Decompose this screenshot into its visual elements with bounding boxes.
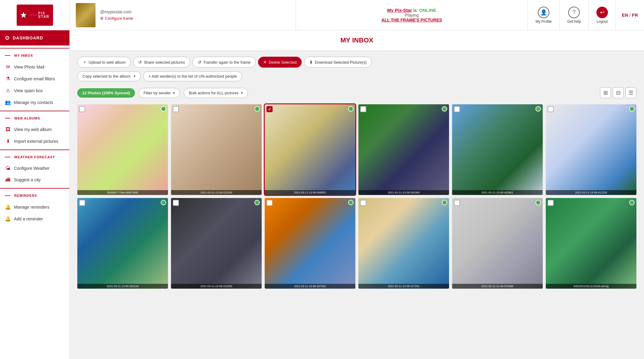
photo-item[interactable]: 2021-03-11-13-58-568952 bbox=[265, 104, 355, 195]
sidebar-item-view-spam-box[interactable]: ⚠ View spam box bbox=[0, 85, 69, 96]
add-reminder-label: Add a reminder bbox=[14, 216, 43, 221]
transfer-icon: ↺ bbox=[198, 60, 201, 65]
bulk-actions-select[interactable]: Bulk actions for ALL pictures ▾ bbox=[184, 88, 248, 98]
photo-label: IMG20210311113418-een3g bbox=[546, 284, 636, 289]
photo-label: ffc8ddc7-73e9-4660-959f bbox=[77, 190, 168, 195]
sidebar-item-manage-contacts[interactable]: 👥 Manage my contacts bbox=[0, 96, 69, 108]
reminder-icon: 🔔 bbox=[5, 204, 11, 210]
photo-item[interactable]: 2021-03-11-13-58-312065 bbox=[171, 198, 262, 289]
reminders-section-label: REMINDERS bbox=[14, 194, 37, 197]
action-row-2: Copy selected to the album: ▾ + Add send… bbox=[77, 71, 636, 81]
lang-separator: / bbox=[629, 12, 631, 18]
photo-checkbox[interactable] bbox=[454, 106, 460, 112]
add-reminder-icon: 🔔 bbox=[5, 216, 11, 222]
list-view-button[interactable]: ☰ bbox=[626, 87, 636, 98]
sidebar-item-add-reminder[interactable]: 🔔 Add a reminder bbox=[0, 213, 69, 225]
frame-info: @mypixstar.com ⚙ Configure frame bbox=[100, 9, 133, 21]
photo-checkbox[interactable] bbox=[267, 200, 273, 206]
frame-area: 🖼 @mypixstar.com ⚙ Configure frame bbox=[70, 0, 296, 30]
filter-by-sender-select[interactable]: Filter by sender ▾ bbox=[139, 88, 180, 98]
photo-label: 2021-03-11-11-40-575388 bbox=[452, 284, 543, 289]
sidebar-item-view-web-album[interactable]: 🖼 View my web album bbox=[0, 124, 69, 135]
photo-checkbox[interactable] bbox=[548, 106, 554, 112]
photo-checkbox[interactable] bbox=[360, 200, 366, 206]
photo-mail-icon: ✉ bbox=[5, 64, 11, 70]
transfer-again-button[interactable]: ↺ Transfer again to the frame bbox=[193, 57, 256, 68]
photo-checkbox[interactable] bbox=[79, 106, 85, 112]
photo-item[interactable]: 2021-03-11-13-58-362184 bbox=[77, 198, 168, 289]
photo-checkbox[interactable] bbox=[79, 200, 85, 206]
sidebar-reminders-header: — REMINDERS bbox=[0, 188, 69, 201]
bulk-chevron-icon: ▾ bbox=[241, 91, 243, 95]
logout-button[interactable]: ↩ Logout bbox=[589, 0, 616, 30]
spam-icon: ⚠ bbox=[5, 88, 11, 93]
page-title: MY INBOX bbox=[70, 30, 644, 51]
copy-to-album-button[interactable]: Copy selected to the album: ▾ bbox=[77, 71, 141, 81]
share-selected-button[interactable]: ↺ Share selected pictures bbox=[133, 57, 190, 68]
photo-item[interactable]: 2021-03-11-11-40-575388 bbox=[452, 198, 543, 289]
lang-en[interactable]: EN bbox=[622, 12, 628, 18]
photos-synced-badge: 12 Photos (100% Synced) bbox=[77, 88, 135, 98]
contacts-icon: 👥 bbox=[5, 99, 11, 105]
photo-checkbox[interactable] bbox=[548, 200, 554, 206]
photo-label: 2021-03-11-13-58-362184 bbox=[77, 284, 168, 289]
list-icon: ☰ bbox=[629, 89, 633, 96]
grid-small-view-button[interactable]: ⊞ bbox=[600, 87, 611, 98]
manage-reminders-label: Manage reminders bbox=[14, 205, 49, 210]
lang-fr[interactable]: FR bbox=[632, 12, 638, 18]
photo-checkbox[interactable] bbox=[267, 106, 273, 112]
photo-sync-dot bbox=[348, 200, 354, 205]
grid-large-view-button[interactable]: ⊟ bbox=[613, 87, 624, 98]
add-sender-button[interactable]: + Add sender(s) to the list of UN-author… bbox=[143, 71, 242, 81]
web-albums-section-label: WEB ALBUMS bbox=[14, 116, 40, 120]
language-selector[interactable]: EN / FR bbox=[616, 0, 644, 30]
sidebar-weather-header: — WEATHER FORECAST bbox=[0, 149, 69, 163]
configure-frame-link[interactable]: ⚙ Configure frame bbox=[100, 16, 133, 21]
download-selected-button[interactable]: ⬇ Download Selected Picture(s) bbox=[304, 57, 372, 68]
dashboard-button[interactable]: ⊙ DASHBOARD bbox=[0, 30, 69, 45]
photo-item[interactable]: IMG20210311113418-een3g bbox=[546, 198, 636, 289]
status-is: is: bbox=[413, 8, 419, 13]
photo-item[interactable]: 2021-03-11-13-58-267942 bbox=[265, 198, 355, 289]
upload-to-web-album-button[interactable]: ＋ Upload to web album bbox=[77, 57, 131, 68]
frame-thumb-inner: 🖼 bbox=[76, 3, 96, 27]
dashboard-label: DASHBOARD bbox=[13, 35, 43, 40]
photo-item[interactable]: 2021-03-11-13-58-412234 bbox=[546, 104, 636, 195]
photo-label: 2021-03-11-13-58-412234 bbox=[546, 190, 636, 195]
city-icon: 🏙 bbox=[5, 177, 11, 183]
my-pixstar-link[interactable]: My Pix-Star bbox=[387, 8, 412, 13]
sidebar-item-manage-reminders[interactable]: 🔔 Manage reminders bbox=[0, 201, 69, 213]
configure-email-filters-label: Configure email filters bbox=[14, 76, 55, 81]
status-pictures-link[interactable]: ALL THE FRAME'S PICTURES bbox=[381, 18, 442, 22]
delete-btn-label: Delete Selected bbox=[269, 60, 297, 65]
view-web-album-label: View my web album bbox=[14, 127, 52, 132]
sidebar-item-view-photo-mail[interactable]: ✉ View Photo Mail bbox=[0, 61, 69, 73]
photo-item[interactable]: 2021-03-11-13-59-023165 bbox=[171, 104, 262, 195]
photo-item[interactable]: 2021-03-11-13-58-505360 bbox=[358, 104, 449, 195]
status-playing: Playing bbox=[405, 13, 419, 18]
dash-icon-2: — bbox=[5, 115, 11, 121]
my-profile-button[interactable]: 👤 My Profile bbox=[528, 0, 559, 30]
sidebar-item-suggest-city[interactable]: 🏙 Suggest a city bbox=[0, 174, 69, 186]
bulk-actions-label: Bulk actions for ALL pictures bbox=[189, 91, 239, 95]
photo-item[interactable]: 2021-03-11-13-58-453861 bbox=[452, 104, 543, 195]
get-help-button[interactable]: ? Get help bbox=[560, 0, 589, 30]
view-icons: ⊞ ⊟ ☰ bbox=[600, 87, 636, 98]
logo-star-icon: ★ bbox=[20, 10, 27, 20]
filter-chevron-icon: ▾ bbox=[173, 91, 175, 95]
photo-sync-dot bbox=[629, 106, 635, 112]
sidebar-item-configure-email-filters[interactable]: ⚗ Configure email filters bbox=[0, 73, 69, 85]
logo-area: ★ PIX STAR bbox=[0, 0, 70, 30]
delete-selected-button[interactable]: ✕ Delete Selected bbox=[258, 57, 302, 68]
sidebar-item-configure-weather[interactable]: 🌤 Configure Weather bbox=[0, 163, 69, 174]
photo-checkbox[interactable] bbox=[360, 106, 366, 112]
sidebar-item-import-external[interactable]: ⬇ Import external pictures bbox=[0, 135, 69, 147]
gear-icon: ⚙ bbox=[100, 16, 104, 21]
photo-checkbox[interactable] bbox=[454, 200, 460, 206]
photo-label: 2021-03-11-13-58-267942 bbox=[265, 284, 355, 289]
filter-icon: ⚗ bbox=[5, 76, 11, 82]
photo-checkbox[interactable] bbox=[173, 106, 179, 112]
photo-item[interactable]: ffc8ddc7-73e9-4660-959f bbox=[77, 104, 168, 195]
photo-checkbox[interactable] bbox=[173, 200, 179, 206]
photo-item[interactable]: 2021-03-11-13-58-227201 bbox=[358, 198, 449, 289]
